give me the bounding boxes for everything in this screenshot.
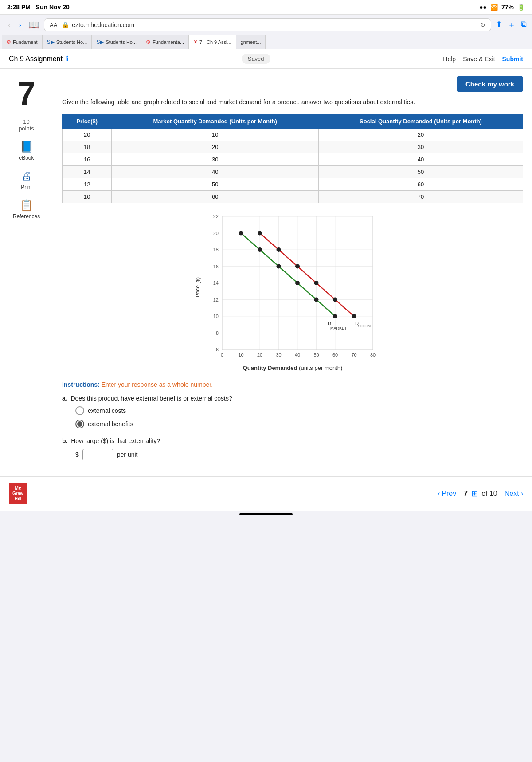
tab-ch9-active[interactable]: ✕ 7 - Ch 9 Assi... <box>189 35 236 49</box>
tab-icon-1: ⚙ <box>6 39 11 45</box>
header-actions: Help Save & Exit Submit <box>443 55 523 63</box>
tab-icon-5: ✕ <box>193 39 198 45</box>
tab-fundament[interactable]: ⚙ Fundament <box>2 35 43 49</box>
new-tab-icon[interactable]: ＋ <box>508 20 516 30</box>
tab-bar: ⚙ Fundament S▶ Students Ho... S▶ Student… <box>0 35 532 49</box>
home-indicator <box>239 513 293 515</box>
table-row: 201020 <box>63 129 523 141</box>
svg-text:20: 20 <box>257 352 262 357</box>
sidebar-item-references[interactable]: 📋 References <box>13 199 40 220</box>
svg-text:18: 18 <box>213 247 219 252</box>
forward-button[interactable]: › <box>16 20 24 31</box>
tab-students-1[interactable]: S▶ Students Ho... <box>43 35 92 49</box>
question-a: a. Does this product have external benef… <box>62 395 523 428</box>
status-icons: ●● 🛜 77% 🔋 <box>479 4 525 11</box>
svg-point-38 <box>258 247 262 252</box>
data-table: Price($) Market Quantity Demanded (Units… <box>62 114 523 203</box>
svg-text:40: 40 <box>295 352 300 357</box>
url-bar[interactable]: AA 🔒 ezto.mheducation.com ↻ <box>44 18 491 31</box>
points-display: 10 points <box>19 118 34 132</box>
status-bar: 2:28 PM Sun Nov 20 ●● 🛜 77% 🔋 <box>0 0 532 15</box>
tab-icon-2: S▶ <box>47 39 55 45</box>
wifi-icon: 🛜 <box>490 4 498 11</box>
svg-point-40 <box>295 281 300 285</box>
back-button[interactable]: ‹ <box>5 20 13 31</box>
table-header-price: Price($) <box>63 114 112 129</box>
help-button[interactable]: Help <box>443 55 456 63</box>
radio-circle-costs[interactable] <box>75 406 84 415</box>
svg-text:D: D <box>328 321 331 326</box>
radio-external-costs[interactable]: external costs <box>75 406 523 415</box>
radio-circle-benefits[interactable] <box>75 420 84 428</box>
tab-gnment[interactable]: gnment... <box>236 35 266 49</box>
refresh-icon[interactable]: ↻ <box>480 21 485 28</box>
tab-label-1: Fundament <box>13 39 38 45</box>
page-info: 7 ⊞ of 10 <box>463 489 497 499</box>
radio-costs-label: external costs <box>88 407 126 414</box>
svg-text:6: 6 <box>216 347 219 352</box>
question-b: b. How large ($) is that externality? $ … <box>62 437 523 460</box>
pagination: ‹ Prev 7 ⊞ of 10 Next › <box>438 489 523 499</box>
svg-text:16: 16 <box>213 264 219 269</box>
svg-text:70: 70 <box>351 352 356 357</box>
page-title: Ch 9 Assignment <box>9 55 63 63</box>
y-axis-label: Price ($) <box>195 277 201 297</box>
browser-nav: ‹ › <box>5 20 24 31</box>
svg-text:30: 30 <box>276 352 281 357</box>
check-work-button[interactable]: Check my work <box>457 76 523 92</box>
browser-actions: ⬆ ＋ ⧉ <box>496 20 527 30</box>
next-button[interactable]: Next › <box>505 490 523 498</box>
tabs-icon[interactable]: ⧉ <box>521 20 527 30</box>
tab-fundamenta[interactable]: ⚙ Fundamenta... <box>141 35 189 49</box>
mcgraw-logo: Mc Graw Hill <box>9 483 27 504</box>
table-row: 106070 <box>63 191 523 203</box>
radio-external-benefits[interactable]: external benefits <box>75 420 523 428</box>
svg-text:14: 14 <box>213 280 219 286</box>
svg-line-43 <box>260 233 354 317</box>
url-text: ezto.mheducation.com <box>72 21 134 28</box>
sidebar-item-ebook[interactable]: 📘 eBook <box>19 141 34 161</box>
browser-bar: ‹ › 📖 AA 🔒 ezto.mheducation.com ↻ ⬆ ＋ ⧉ <box>0 15 532 35</box>
question-a-text: a. Does this product have external benef… <box>62 395 523 402</box>
points-value: 10 <box>19 118 34 125</box>
question-number-display: 7 <box>17 78 35 110</box>
svg-point-49 <box>352 314 356 318</box>
svg-text:8: 8 <box>216 330 219 336</box>
svg-line-36 <box>241 233 336 317</box>
svg-point-46 <box>295 264 300 269</box>
instructions-label: Instructions: <box>62 381 100 388</box>
signal-icon: ●● <box>479 4 487 11</box>
bookmark-icon[interactable]: 📖 <box>28 20 39 30</box>
svg-text:MARKET: MARKET <box>330 326 347 330</box>
svg-text:10: 10 <box>238 352 243 357</box>
instructions: Instructions: Enter your response as a w… <box>62 380 523 389</box>
submit-button[interactable]: Submit <box>502 55 523 63</box>
chart-container: Price ($) <box>62 212 523 371</box>
table-header-social: Social Quantity Demanded (Units per Mont… <box>318 114 523 129</box>
tab-label-2: Students Ho... <box>56 39 87 45</box>
grid-icon[interactable]: ⊞ <box>471 489 478 499</box>
svg-text:12: 12 <box>213 297 219 302</box>
svg-text:0: 0 <box>221 352 223 357</box>
aa-label[interactable]: AA <box>50 22 57 28</box>
externality-input[interactable] <box>82 449 113 460</box>
lock-icon: 🔒 <box>62 21 69 28</box>
radio-group-a: external costs external benefits <box>75 406 523 428</box>
tab-label-5: 7 - Ch 9 Assi... <box>200 39 231 45</box>
prev-button[interactable]: ‹ Prev <box>438 490 456 498</box>
current-page: 7 <box>463 489 468 499</box>
svg-text:80: 80 <box>370 352 376 357</box>
check-work-row: Check my work <box>62 76 523 92</box>
info-icon[interactable]: ℹ <box>66 55 69 63</box>
save-exit-button[interactable]: Save & Exit <box>463 55 495 63</box>
tab-students-2[interactable]: S▶ Students Ho... <box>92 35 141 49</box>
svg-text:10: 10 <box>213 314 219 319</box>
print-icon: 🖨 <box>21 170 32 182</box>
battery-label: 77% <box>501 4 514 11</box>
svg-point-44 <box>258 231 262 236</box>
table-header-market: Market Quantity Demanded (Units per Mont… <box>112 114 319 129</box>
share-icon[interactable]: ⬆ <box>496 20 502 30</box>
sidebar-item-print[interactable]: 🖨 Print <box>21 170 32 190</box>
app-header: Ch 9 Assignment ℹ Saved Help Save & Exit… <box>0 49 532 69</box>
tab-icon-4: ⚙ <box>146 39 151 45</box>
